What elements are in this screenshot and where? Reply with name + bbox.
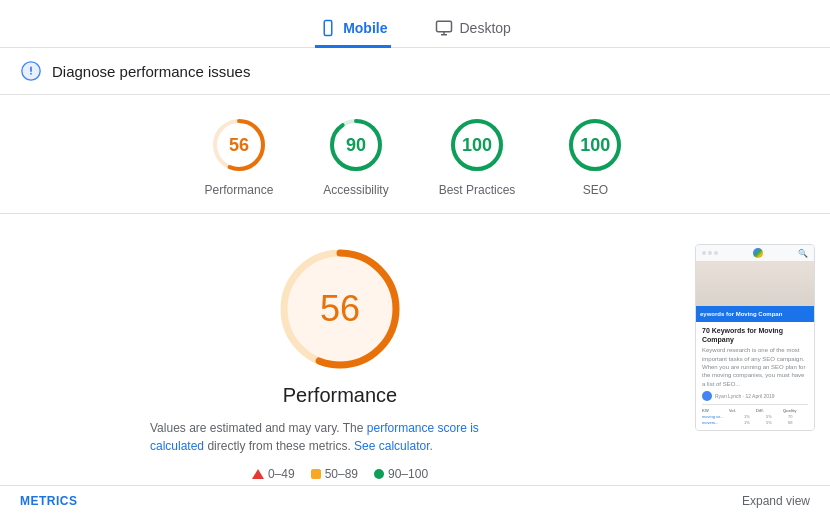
score-label-best-practices: Best Practices [439, 183, 516, 197]
phone-logo-circle [753, 248, 763, 258]
phone-logo [753, 248, 763, 258]
phone-table-header-vol: Vol. [729, 408, 754, 413]
score-label-performance: Performance [205, 183, 274, 197]
phone-dot-2 [708, 251, 712, 255]
legend-item-low: 0–49 [252, 467, 295, 481]
metrics-label[interactable]: METRICS [20, 494, 78, 508]
diagnose-title: Diagnose performance issues [52, 63, 250, 80]
phone-table-vol-2: 1% [744, 420, 764, 425]
desktop-icon [435, 19, 453, 37]
phone-table-header-quality: Quality [783, 408, 808, 413]
phone-author-text: Ryan Lynch · 12 April 2019 [715, 393, 775, 399]
legend-square-icon [311, 469, 321, 479]
phone-content-subtitle: Keyword research is one of the most impo… [702, 346, 808, 388]
phone-blue-bar-text: eywords for Moving Compan [700, 311, 782, 317]
phone-dot-1 [702, 251, 706, 255]
phone-table-diff-1: 5% [766, 414, 786, 419]
phone-content: 70 Keywords for Moving Company Keyword r… [696, 322, 814, 430]
score-circle-best-practices: 100 [447, 115, 507, 175]
score-circle-accessibility: 90 [326, 115, 386, 175]
phone-top-dots [702, 251, 718, 255]
score-card-seo[interactable]: 100 SEO [565, 115, 625, 197]
legend-range-low: 0–49 [268, 467, 295, 481]
mobile-icon [319, 19, 337, 37]
scores-row: 56 Performance 90 Accessibility [0, 95, 830, 214]
left-panel: 56 Performance Values are estimated and … [0, 214, 680, 511]
phone-table-diff-2: 5% [766, 420, 786, 425]
legend-range-mid: 50–89 [325, 467, 358, 481]
tab-mobile-label: Mobile [343, 20, 387, 36]
phone-content-title: 70 Keywords for Moving Company [702, 326, 808, 344]
score-value-performance: 56 [229, 135, 249, 156]
phone-table-kw-1: moving co... [702, 414, 742, 419]
right-panel: 🔍 eywords for Moving Compan 70 Keywords … [680, 214, 830, 511]
phone-avatar [702, 391, 712, 401]
perf-large-circle: 56 [275, 244, 405, 374]
diagnose-bar: Diagnose performance issues [0, 48, 830, 95]
page-wrapper: Mobile Desktop Diagnose performance issu… [0, 0, 830, 516]
phone-image-area: eywords for Moving Compan [696, 262, 814, 322]
perf-desc-prefix: Values are estimated and may vary. The [150, 421, 363, 435]
phone-dot-3 [714, 251, 718, 255]
phone-table-header-diff: Diff. [756, 408, 781, 413]
score-value-accessibility: 90 [346, 135, 366, 156]
score-circle-performance: 56 [209, 115, 269, 175]
legend-item-mid: 50–89 [311, 467, 358, 481]
phone-table-header-kw: KW [702, 408, 727, 413]
diagnose-icon [20, 60, 42, 82]
phone-blue-bar: eywords for Moving Compan [696, 306, 814, 322]
legend-triangle-icon [252, 469, 264, 479]
score-value-best-practices: 100 [462, 135, 492, 156]
see-calculator-link[interactable]: See calculator [354, 439, 429, 453]
svg-rect-0 [324, 21, 332, 36]
legend-item-high: 90–100 [374, 467, 428, 481]
phone-table-row-2: movers... 1% 5% 68 [702, 420, 808, 425]
phone-table: KW Vol. Diff. Quality moving co... 1% 5%… [702, 404, 808, 425]
score-value-seo: 100 [580, 135, 610, 156]
phone-table-vol-1: 1% [744, 414, 764, 419]
phone-table-quality-2: 68 [788, 420, 808, 425]
tab-bar: Mobile Desktop [0, 0, 830, 48]
tab-desktop[interactable]: Desktop [431, 11, 514, 48]
phone-table-quality-1: 70 [788, 414, 808, 419]
phone-top-bar: 🔍 [696, 245, 814, 262]
score-card-performance[interactable]: 56 Performance [205, 115, 274, 197]
phone-search-icon: 🔍 [798, 249, 808, 258]
legend-row: 0–49 50–89 90–100 [252, 467, 428, 481]
score-label-accessibility: Accessibility [323, 183, 388, 197]
perf-desc-middle: directly from these metrics. [207, 439, 350, 453]
svg-point-7 [30, 73, 32, 75]
perf-description: Values are estimated and may vary. The p… [150, 419, 530, 455]
legend-range-high: 90–100 [388, 467, 428, 481]
metrics-footer: METRICS Expand view [0, 485, 830, 516]
score-card-accessibility[interactable]: 90 Accessibility [323, 115, 388, 197]
legend-dot-icon [374, 469, 384, 479]
perf-circle-wrap: 56 Performance Values are estimated and … [30, 244, 650, 481]
perf-large-value: 56 [320, 288, 360, 330]
main-content: 56 Performance Values are estimated and … [0, 214, 830, 511]
score-card-best-practices[interactable]: 100 Best Practices [439, 115, 516, 197]
score-label-seo: SEO [583, 183, 608, 197]
expand-view-label[interactable]: Expand view [742, 494, 810, 508]
phone-table-row-1: moving co... 1% 5% 70 [702, 414, 808, 419]
tab-mobile[interactable]: Mobile [315, 11, 391, 48]
perf-title: Performance [283, 384, 398, 407]
tab-desktop-label: Desktop [459, 20, 510, 36]
phone-author-row: Ryan Lynch · 12 April 2019 [702, 391, 808, 401]
phone-table-kw-2: movers... [702, 420, 742, 425]
phone-preview: 🔍 eywords for Moving Compan 70 Keywords … [695, 244, 815, 431]
phone-table-header-row: KW Vol. Diff. Quality [702, 408, 808, 413]
score-circle-seo: 100 [565, 115, 625, 175]
svg-rect-2 [437, 21, 452, 32]
